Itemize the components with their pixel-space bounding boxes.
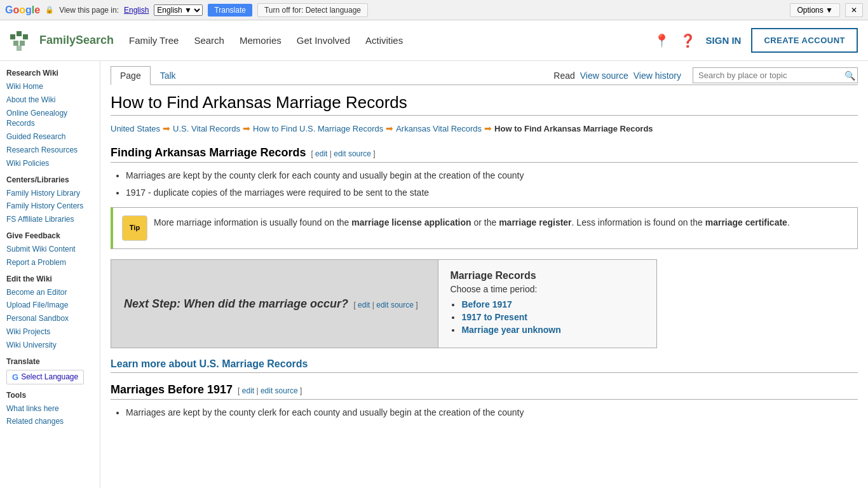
nextstep-table: Next Step: When did the marriage occur? …	[111, 259, 657, 348]
list-item: Marriages are kept by the county clerk f…	[126, 406, 858, 419]
logo-text: FamilySearch	[39, 34, 114, 47]
section2-edit-source-link[interactable]: edit source	[261, 386, 298, 395]
nextstep-right: Marriage Records Choose a time period: B…	[438, 260, 657, 348]
logo-link[interactable]: FamilySearch	[10, 28, 114, 53]
list-item: 1917 to Present	[461, 312, 645, 322]
breadcrumb-arrow: ➡	[386, 123, 393, 133]
language-select[interactable]: English ▼	[154, 4, 203, 16]
nav-search[interactable]: Search	[194, 32, 224, 48]
nav-activities[interactable]: Activities	[365, 32, 403, 48]
main-header: FamilySearch Family Tree Search Memories…	[0, 20, 868, 61]
learn-more-link[interactable]: Learn more about U.S. Marriage Records	[111, 358, 308, 370]
page-layout: Research WikiWiki HomeAbout the WikiOnli…	[0, 61, 868, 488]
location-icon[interactable]: 📍	[654, 33, 670, 48]
section1-edit-source-link[interactable]: edit source	[334, 149, 371, 158]
sidebar-section-title: Edit the Wiki	[6, 274, 93, 283]
wiki-search-button[interactable]: 🔍	[844, 71, 855, 81]
sidebar-section-title: Research Wiki	[6, 69, 93, 78]
tab-read[interactable]: Read	[553, 71, 574, 81]
options-button[interactable]: Options ▼	[790, 3, 840, 17]
nav-memories[interactable]: Memories	[240, 32, 281, 48]
header-right: 📍 ❓ SIGN IN CREATE ACCOUNT	[654, 28, 858, 53]
sidebar-link[interactable]: Upload File/Image	[6, 300, 93, 311]
list-item: Marriages are kept by the county clerk f…	[126, 169, 858, 182]
section1-bullets: Marriages are kept by the county clerk f…	[126, 169, 858, 200]
nextstep-edit-links: [ edit | edit source ]	[351, 301, 418, 309]
tab-talk[interactable]: Talk	[151, 66, 186, 85]
list-item: Before 1917	[461, 299, 645, 309]
nav-family-tree[interactable]: Family Tree	[129, 32, 179, 48]
svg-rect-0	[10, 34, 15, 39]
section1-heading: Finding Arkansas Marriage Records [ edit…	[111, 146, 858, 163]
section1-heading-text: Finding Arkansas Marriage Records	[111, 146, 306, 159]
nav-get-involved[interactable]: Get Involved	[297, 32, 350, 48]
select-language-button[interactable]: G Select Language	[6, 370, 84, 384]
sidebar-link[interactable]: What links here	[6, 403, 93, 414]
section2-heading-text: Marriages Before 1917	[111, 383, 233, 396]
nextstep-period-link[interactable]: 1917 to Present	[461, 312, 527, 322]
article-title: How to Find Arkansas Marriage Records	[111, 93, 858, 116]
nextstep-edit-source-link[interactable]: edit source	[376, 301, 414, 309]
section1-edit-link[interactable]: edit	[315, 149, 327, 158]
nextstep-edit-link[interactable]: edit	[358, 301, 370, 309]
sidebar-link[interactable]: Related changes	[6, 416, 93, 427]
content-area: Page Talk Read View source View history …	[100, 61, 868, 488]
nextstep-period-link[interactable]: Marriage year unknown	[461, 325, 560, 335]
sidebar-link[interactable]: FS Affiliate Libraries	[6, 214, 93, 225]
wiki-search-input[interactable]	[693, 67, 858, 83]
breadcrumb-link[interactable]: United States	[111, 124, 160, 133]
nextstep-right-subheading: Choose a time period:	[450, 284, 645, 294]
sidebar-link[interactable]: Family History Centers	[6, 201, 93, 212]
close-translate-button[interactable]: ✕	[845, 3, 863, 17]
sidebar-link[interactable]: About the Wiki	[6, 95, 93, 105]
sidebar-section-title: Give Feedback	[6, 231, 93, 240]
sidebar-link[interactable]: Report a Problem	[6, 257, 93, 268]
sidebar-link[interactable]: Wiki Policies	[6, 158, 93, 169]
main-nav: Family Tree Search Memories Get Involved…	[129, 32, 653, 48]
sidebar-link[interactable]: Online Genealogy Records	[6, 108, 93, 130]
sidebar-link[interactable]: Research Resources	[6, 145, 93, 156]
sidebar-section-title: Tools	[6, 391, 93, 400]
language-link[interactable]: English	[124, 6, 149, 15]
section2-heading: Marriages Before 1917 [ edit | edit sour…	[111, 383, 858, 400]
sidebar-link[interactable]: Wiki Home	[6, 81, 93, 92]
create-account-button[interactable]: CREATE ACCOUNT	[751, 28, 858, 53]
section2-edit-link[interactable]: edit	[242, 386, 254, 395]
breadcrumb-link[interactable]: Arkansas Vital Records	[396, 124, 482, 133]
sidebar: Research WikiWiki HomeAbout the WikiOnli…	[0, 61, 100, 488]
nextstep-right-links: Before 19171917 to PresentMarriage year …	[461, 299, 645, 335]
sidebar-link[interactable]: Become an Editor	[6, 287, 93, 298]
svg-rect-2	[23, 34, 28, 39]
turnoff-button[interactable]: Turn off for: Detect language	[257, 3, 368, 17]
page-tabs-bar: Page Talk Read View source View history …	[111, 61, 858, 85]
section1-edit-links: [ edit | edit source ]	[311, 149, 375, 158]
breadcrumb-link[interactable]: How to Find U.S. Marriage Records	[253, 124, 383, 133]
svg-rect-5	[17, 46, 22, 51]
wiki-search-box: 🔍	[693, 67, 858, 83]
tab-view-source[interactable]: View source	[580, 71, 628, 81]
sidebar-link[interactable]: Wiki Projects	[6, 327, 93, 337]
breadcrumb-link[interactable]: U.S. Vital Records	[173, 124, 240, 133]
sidebar-link[interactable]: Guided Research	[6, 132, 93, 142]
breadcrumb-arrow: ➡	[163, 123, 170, 133]
lock-icon: 🔒	[45, 6, 54, 14]
breadcrumb-arrow: ➡	[484, 123, 492, 133]
translate-button[interactable]: Translate	[208, 4, 252, 17]
sidebar-link[interactable]: Submit Wiki Content	[6, 244, 93, 255]
nextstep-period-link[interactable]: Before 1917	[461, 299, 512, 309]
list-item: Marriage year unknown	[461, 325, 645, 335]
svg-rect-1	[17, 31, 22, 36]
google-logo: Google	[5, 4, 40, 16]
translate-bar: Google 🔒 View this page in: English Engl…	[0, 0, 868, 20]
sidebar-link[interactable]: Personal Sandbox	[6, 313, 93, 324]
svg-rect-4	[20, 41, 25, 46]
breadcrumb-current: How to Find Arkansas Marriage Records	[494, 124, 653, 133]
help-icon[interactable]: ❓	[680, 33, 696, 48]
sidebar-link[interactable]: Family History Library	[6, 188, 93, 199]
sidebar-link[interactable]: Wiki University	[6, 340, 93, 351]
view-page-in-label: View this page in:	[59, 6, 119, 15]
nextstep-left: Next Step: When did the marriage occur? …	[111, 260, 438, 348]
tab-view-history[interactable]: View history	[634, 71, 681, 81]
signin-link[interactable]: SIGN IN	[706, 35, 742, 46]
tab-page[interactable]: Page	[111, 66, 151, 85]
